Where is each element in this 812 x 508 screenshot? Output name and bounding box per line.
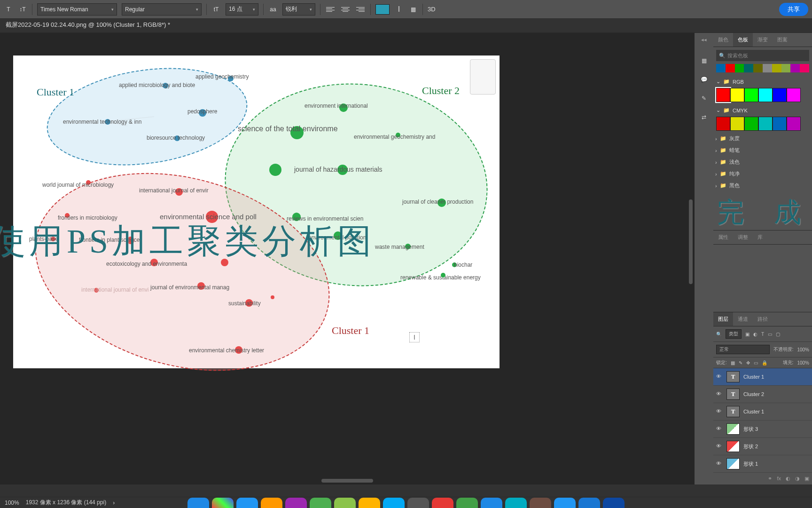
lock-brush-icon[interactable]: ✎ [739, 360, 742, 365]
text-color-swatch[interactable] [375, 4, 390, 15]
lock-artboard-icon[interactable]: ▭ [754, 360, 758, 365]
folder-light[interactable]: ›📁 浅色 [713, 156, 812, 168]
panel-icon[interactable]: ▦ [699, 56, 709, 66]
layer-row[interactable]: 👁TCluster 2 [713, 386, 812, 403]
antialias-dropdown[interactable]: 锐利▾ [282, 3, 315, 16]
horizontal-scrollbar[interactable] [321, 479, 373, 483]
share-button[interactable]: 共享 [779, 3, 808, 16]
tab-paths[interactable]: 路径 [753, 312, 773, 326]
dock-app-icon[interactable] [187, 498, 209, 508]
font-style-dropdown[interactable]: Regular▾ [122, 3, 202, 16]
dock-app-icon[interactable] [261, 498, 282, 508]
visibility-icon[interactable]: 👁 [716, 460, 723, 467]
lock-trans-icon[interactable]: ▦ [731, 360, 735, 365]
warp-text-icon[interactable]: I [394, 5, 404, 14]
align-center-button[interactable] [340, 4, 351, 15]
folder-pastel[interactable]: ›📁 蜡笔 [713, 144, 812, 156]
recent-swatches[interactable] [716, 64, 809, 72]
layer-row[interactable]: 👁TCluster 1 [713, 368, 812, 386]
dock-app-icon[interactable] [285, 498, 307, 508]
dock-app-icon[interactable] [334, 498, 356, 508]
node-label: applied geochemistry [195, 73, 249, 80]
filter-image-icon[interactable]: ▣ [745, 332, 750, 337]
layer-name: 形状 1 [743, 460, 758, 468]
dock-app-icon[interactable] [407, 498, 429, 508]
folder-black[interactable]: ›📁 黑色 [713, 180, 812, 191]
canvas[interactable]: applied geochemistry applied microbiolog… [13, 56, 500, 368]
dock-app-icon[interactable] [530, 498, 551, 508]
tab-swatches[interactable]: 色板 [733, 33, 753, 47]
dock-app-icon[interactable] [359, 498, 380, 508]
node-label: environmental technology & inn [63, 119, 141, 125]
group-toggle[interactable]: ⌄📁 RGB [716, 77, 809, 86]
dock-app-icon[interactable] [578, 498, 600, 508]
dock-app-icon[interactable] [383, 498, 405, 508]
dock-app-icon[interactable] [505, 498, 527, 508]
tab-pattern[interactable]: 图案 [773, 33, 792, 47]
document-tab[interactable]: 截屏2022-05-19 02.24.40.png @ 100% (Cluste… [0, 19, 812, 33]
character-panel-icon[interactable]: ▦ [408, 5, 418, 14]
dock-app-icon[interactable] [310, 498, 331, 508]
search-icon[interactable]: 🔍 [716, 332, 722, 337]
visibility-icon[interactable]: 👁 [716, 443, 723, 450]
dock-app-icon[interactable] [456, 498, 478, 508]
nav-widget[interactable] [470, 59, 496, 95]
swatch-search[interactable]: 🔍 搜索色板 [716, 50, 809, 61]
layer-row[interactable]: 👁形状 3 [713, 421, 812, 438]
tab-properties[interactable]: 属性 [713, 230, 733, 244]
filter-shape-icon[interactable]: ▭ [768, 332, 772, 337]
font-family-dropdown[interactable]: Times New Roman▾ [37, 3, 117, 16]
dock-app-icon[interactable] [481, 498, 502, 508]
group-icon[interactable]: ▣ [804, 476, 809, 482]
dock-app-icon[interactable] [432, 498, 453, 508]
align-right-button[interactable] [355, 4, 366, 15]
dock-app-icon[interactable] [212, 498, 234, 508]
dock-app-icon[interactable] [603, 498, 625, 508]
collapse-chevron-icon[interactable]: ◂◂ [701, 37, 710, 44]
tab-color[interactable]: 颜色 [713, 33, 733, 47]
opacity-value[interactable]: 100% [797, 347, 809, 352]
folder-grayscale[interactable]: ›📁 灰度 [713, 133, 812, 144]
vertical-scrollbar[interactable] [689, 199, 693, 284]
tab-libraries[interactable]: 库 [753, 230, 767, 244]
filter-type-dropdown[interactable]: 类型 [726, 329, 742, 339]
fill-value[interactable]: 100% [797, 360, 809, 365]
text-orient-icon[interactable]: ↕T [18, 5, 27, 14]
lock-all-icon[interactable]: 🔒 [762, 360, 767, 365]
swatch-row[interactable] [716, 117, 809, 131]
mask-icon[interactable]: ◐ [786, 476, 790, 482]
macos-dock[interactable] [0, 494, 812, 508]
visibility-icon[interactable]: 👁 [716, 426, 723, 432]
visibility-icon[interactable]: 👁 [716, 373, 723, 380]
tab-layers[interactable]: 图层 [713, 312, 733, 326]
filter-text-icon[interactable]: T [761, 332, 764, 337]
link-icon[interactable]: ⚭ [768, 476, 772, 482]
visibility-icon[interactable]: 👁 [716, 391, 723, 397]
adjustment-icon[interactable]: ◑ [795, 476, 800, 482]
font-style-value: Regular [125, 6, 145, 13]
filter-adjust-icon[interactable]: ◐ [753, 332, 757, 337]
dock-app-icon[interactable] [236, 498, 258, 508]
folder-pure[interactable]: ›📁 纯净 [713, 168, 812, 180]
text-tool-icon[interactable]: T [4, 5, 13, 14]
tab-adjustments[interactable]: 调整 [733, 230, 753, 244]
layer-row[interactable]: 👁TCluster 1 [713, 403, 812, 421]
comment-icon[interactable]: 💬 [699, 74, 709, 85]
visibility-icon[interactable]: 👁 [716, 408, 723, 415]
layer-row[interactable]: 👁形状 2 [713, 438, 812, 455]
dock-app-icon[interactable] [554, 498, 576, 508]
blend-mode-dropdown[interactable]: 正常 [716, 345, 770, 354]
lock-move-icon[interactable]: ✥ [746, 360, 750, 365]
align-left-button[interactable] [325, 4, 336, 15]
filter-smart-icon[interactable]: ▢ [776, 332, 780, 337]
fx-icon[interactable]: fx [777, 476, 781, 482]
group-toggle[interactable]: ⌄📁 CMYK [716, 106, 809, 115]
adjust-icon[interactable]: ⇄ [699, 112, 709, 122]
swatch-row[interactable] [716, 88, 809, 102]
3d-button[interactable]: 3D [428, 5, 436, 14]
tab-channels[interactable]: 通道 [733, 312, 753, 326]
font-size-dropdown[interactable]: 16 点▾ [226, 3, 258, 16]
tab-gradient[interactable]: 渐变 [753, 33, 773, 47]
layer-row[interactable]: 👁形状 1 [713, 455, 812, 473]
brush-icon[interactable]: ✎ [699, 93, 709, 103]
